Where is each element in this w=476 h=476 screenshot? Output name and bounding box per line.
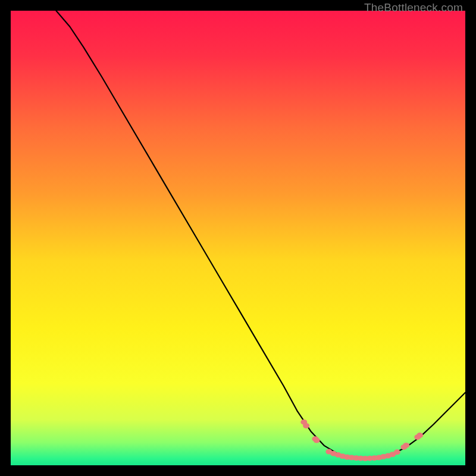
- marker-dot: [403, 443, 409, 448]
- chart-svg: [11, 11, 465, 465]
- gradient-background: [11, 11, 465, 465]
- marker-dot: [303, 423, 309, 428]
- marker-dot: [314, 437, 320, 443]
- marker-dot: [394, 449, 400, 455]
- chart-frame: [11, 11, 465, 465]
- watermark-text: TheBottleneck.com: [364, 1, 463, 14]
- marker-dot: [416, 433, 423, 438]
